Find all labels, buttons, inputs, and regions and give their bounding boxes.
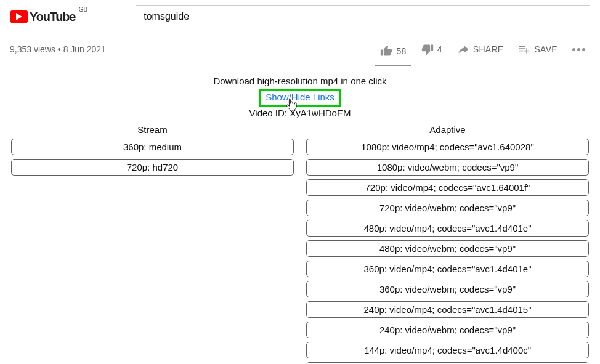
video-meta-row: 9,353 views • 8 Jun 2021 58 4 SHARE SAVE — [0, 31, 600, 67]
like-button[interactable]: 58 — [375, 40, 411, 66]
adaptive-list: 1080p: video/mp4; codecs="avc1.640028"10… — [306, 139, 589, 364]
download-link-pill[interactable]: 360p: video/webm; codecs="vp9" — [306, 281, 589, 297]
logo-text: YouTube — [30, 10, 75, 24]
save-label: SAVE — [534, 44, 557, 54]
play-icon — [10, 10, 28, 23]
thumb-down-icon — [421, 43, 434, 55]
thumb-up-icon — [380, 45, 392, 57]
download-heading: Download high-resolution mp4 in one clic… — [0, 76, 600, 86]
views-date: 9,353 views • 8 Jun 2021 — [10, 44, 106, 54]
like-count: 58 — [396, 46, 406, 56]
download-link-pill[interactable]: 720p: hd720 — [11, 159, 294, 176]
video-id-row: Video ID: XyA1wHDoEM — [0, 108, 600, 118]
search-container — [136, 5, 590, 28]
playlist-add-icon — [518, 43, 530, 55]
video-id-label: Video ID: — [249, 108, 287, 118]
country-code: GB — [79, 6, 87, 13]
download-link-pill[interactable]: 240p: video/mp4; codecs="avc1.4d4015" — [306, 301, 589, 318]
search-input[interactable] — [136, 5, 590, 28]
save-button[interactable]: SAVE — [513, 38, 562, 60]
download-link-pill[interactable]: 1080p: video/webm; codecs="vp9" — [306, 159, 589, 176]
toggle-links-button[interactable]: Show/Hide Links — [259, 89, 341, 107]
stream-header: Stream — [11, 124, 294, 135]
dislike-button[interactable]: 4 — [416, 38, 447, 60]
download-link-pill[interactable]: 240p: video/webm; codecs="vp9" — [306, 322, 589, 338]
adaptive-column: Adaptive 1080p: video/mp4; codecs="avc1.… — [306, 124, 589, 364]
download-link-pill[interactable]: 480p: video/webm; codecs="vp9" — [306, 240, 589, 257]
share-icon — [457, 43, 469, 55]
view-count: 9,353 views — [10, 44, 55, 54]
download-link-pill[interactable]: 144p: video/mp4; codecs="avc1.4d400c" — [306, 342, 589, 358]
download-link-pill[interactable]: 1080p: video/mp4; codecs="avc1.640028" — [306, 139, 589, 155]
download-section: Download high-resolution mp4 in one clic… — [0, 67, 600, 121]
action-bar: 58 4 SHARE SAVE — [375, 38, 590, 60]
download-link-pill[interactable]: 720p: video/mp4; codecs="avc1.64001f" — [306, 179, 589, 196]
share-label: SHARE — [473, 44, 504, 54]
adaptive-header: Adaptive — [306, 124, 589, 135]
more-button[interactable] — [567, 43, 590, 56]
stream-column: Stream 360p: medium720p: hd720 — [11, 124, 294, 364]
video-id-value: XyA1wHDoEM — [290, 108, 351, 118]
share-button[interactable]: SHARE — [452, 38, 509, 60]
dot-icon — [582, 48, 585, 51]
svg-marker-0 — [16, 13, 22, 20]
dot-icon — [572, 48, 575, 51]
stream-list: 360p: medium720p: hd720 — [11, 139, 294, 176]
dot-icon — [577, 48, 580, 51]
publish-date: 8 Jun 2021 — [63, 44, 106, 54]
page-header: YouTube GB title — [0, 0, 600, 31]
dislike-count: 4 — [437, 44, 442, 54]
youtube-logo[interactable]: YouTube GB — [10, 10, 75, 24]
download-link-pill[interactable]: 360p: medium — [11, 139, 294, 155]
download-link-pill[interactable]: 720p: video/webm; codecs="vp9" — [306, 200, 589, 216]
download-columns: Stream 360p: medium720p: hd720 Adaptive … — [0, 121, 600, 364]
download-link-pill[interactable]: 360p: video/mp4; codecs="avc1.4d401e" — [306, 261, 589, 277]
download-link-pill[interactable]: 480p: video/mp4; codecs="avc1.4d401e" — [306, 220, 589, 237]
